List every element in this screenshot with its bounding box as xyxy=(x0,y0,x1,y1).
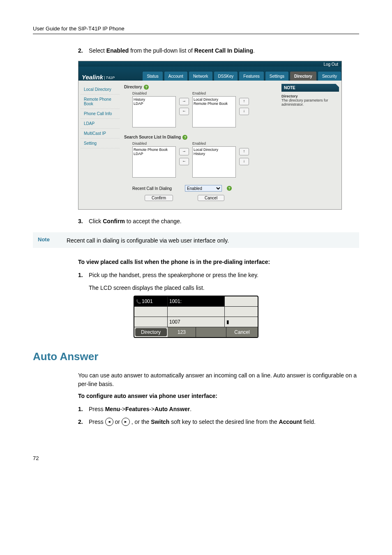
sidebar-item-setting[interactable]: Setting xyxy=(81,139,120,148)
directory-dual-list: Disabled History LDAP → ← Enabled Local … xyxy=(132,91,277,127)
sidebar-item-ldap[interactable]: LDAP xyxy=(81,119,120,129)
top-tabs: Status Account Network DSSKey Features S… xyxy=(142,67,341,81)
tab-dsskey[interactable]: DSSKey xyxy=(214,71,238,81)
help-icon[interactable]: ? xyxy=(182,135,187,140)
enabled-list-title: Enabled xyxy=(192,91,236,95)
tab-directory[interactable]: Directory xyxy=(290,71,317,81)
right-key-icon: ▸ xyxy=(122,418,130,426)
lcd-call-entry: 1007 xyxy=(168,317,225,327)
tab-settings[interactable]: Settings xyxy=(265,71,289,81)
left-key-icon: ◂ xyxy=(105,418,113,426)
recent-call-select[interactable]: Enabled xyxy=(185,185,222,192)
tab-account[interactable]: Account xyxy=(164,71,188,81)
lcd-blank xyxy=(225,296,258,306)
search-source-dual-list: Disabled Remote Phone Book LDAP → ← Enab… xyxy=(132,141,277,178)
aa-step-2: 2. Press ◂ or ▸ , or the Switch soft key… xyxy=(78,418,359,426)
sidebar-item-local-directory[interactable]: Local Directory xyxy=(81,85,120,95)
sidebar-item-remote-phone-book[interactable]: Remote Phone Book xyxy=(81,95,120,109)
note-label: Note xyxy=(38,236,67,243)
move-up-button[interactable]: ↑ xyxy=(239,98,249,105)
view-step-1-num: 1. xyxy=(78,271,89,280)
auto-answer-para: You can use auto answer to automatically… xyxy=(78,371,359,388)
sidebar: Local Directory Remote Phone Book Phone … xyxy=(78,81,122,209)
lcd-scroll: ▮ xyxy=(225,317,258,327)
tab-network[interactable]: Network xyxy=(189,71,213,81)
tab-security[interactable]: Security xyxy=(318,71,341,81)
recent-call-row: Recent Call In Dialing Enabled ? xyxy=(132,185,277,192)
enabled-list[interactable]: Local Directory Remote Phone Book xyxy=(192,96,236,127)
note-body-text: The directory parameters for administrat… xyxy=(281,98,328,106)
note-text: Recent call in dialing is configurable v… xyxy=(67,237,229,244)
disabled-list[interactable]: History LDAP xyxy=(132,96,176,127)
main-panel: Directory? Disabled History LDAP → ← Ena… xyxy=(122,81,279,209)
tab-status[interactable]: Status xyxy=(142,71,163,81)
view-step-1: 1. Pick up the handset, press the speake… xyxy=(78,271,359,280)
step-2-body: Select Enabled from the pull-down list o… xyxy=(89,46,359,55)
web-ui-screenshot: Log Out Yealink|T41P Status Account Netw… xyxy=(78,61,342,210)
step-2: 2. Select Enabled from the pull-down lis… xyxy=(78,46,359,55)
lcd-softkey-directory: Directory xyxy=(135,328,167,336)
header-title: User Guide for the SIP-T41P IP Phone xyxy=(33,25,125,32)
page-number: 72 xyxy=(33,455,359,461)
help-icon[interactable]: ? xyxy=(144,85,149,90)
recent-call-label: Recent Call In Dialing xyxy=(132,186,182,191)
cancel-button[interactable]: Cancel xyxy=(198,195,224,201)
move-right-button[interactable]: → xyxy=(179,148,189,155)
view-step-1-body: Pick up the handset, press the speakerph… xyxy=(89,271,359,280)
logout-link[interactable]: Log Out xyxy=(323,62,341,67)
disabled-list-2[interactable]: Remote Phone Book LDAP xyxy=(132,146,176,178)
lcd-softkey-cancel: Cancel xyxy=(226,327,258,337)
note-panel: NOTE Directory The directory parameters … xyxy=(279,81,341,209)
lcd-softkey-123: 123 xyxy=(168,327,196,337)
phone-lcd: 1001 1001: 1007 ▮ Directory 123 Cancel xyxy=(134,296,258,338)
view-placed-calls-heading: To view placed calls list when the phone… xyxy=(78,259,359,265)
step-3-body: Click Confirm to accept the change. xyxy=(89,217,359,226)
step-2-num: 2. xyxy=(78,46,89,55)
lcd-line-key: 1001 xyxy=(134,296,168,306)
auto-answer-subheading: To configure auto answer via phone user … xyxy=(78,393,359,399)
disabled-list-title: Disabled xyxy=(132,91,176,95)
move-left-button[interactable]: ← xyxy=(179,108,189,115)
page-header: User Guide for the SIP-T41P IP Phone xyxy=(33,25,359,34)
section-search-source-title: Search Source List In Dialing? xyxy=(124,135,277,140)
note-title: Directory xyxy=(281,94,298,98)
disabled-list-title: Disabled xyxy=(132,141,176,146)
help-icon[interactable]: ? xyxy=(227,186,232,191)
lcd-dial-field: 1001: xyxy=(168,296,225,306)
auto-answer-heading: Auto Answer xyxy=(33,350,359,363)
note-callout: Note Recent call in dialing is configura… xyxy=(33,232,359,248)
section-directory-title: Directory? xyxy=(124,85,277,90)
note-header: NOTE xyxy=(281,84,339,92)
move-left-button[interactable]: ← xyxy=(179,158,189,165)
sidebar-item-multicast-ip[interactable]: MultiCast IP xyxy=(81,129,120,139)
enabled-list-2[interactable]: Local Directory History xyxy=(192,146,236,178)
aa-step-1: 1. Press Menu->Features->Auto Answer. xyxy=(78,405,359,414)
enabled-list-title: Enabled xyxy=(192,141,236,146)
sidebar-item-phone-call-info[interactable]: Phone Call Info xyxy=(81,109,120,119)
step-3-num: 3. xyxy=(78,217,89,226)
lcd-line: The LCD screen displays the placed calls… xyxy=(89,284,359,292)
tab-features[interactable]: Features xyxy=(239,71,264,81)
move-up-button[interactable]: ↑ xyxy=(239,148,249,155)
move-down-button[interactable]: ↓ xyxy=(239,108,249,115)
step-3: 3. Click Confirm to accept the change. xyxy=(78,217,359,226)
move-right-button[interactable]: → xyxy=(179,98,189,105)
move-down-button[interactable]: ↓ xyxy=(239,158,249,165)
confirm-button[interactable]: Confirm xyxy=(145,195,173,201)
brand-logo: Yealink|T41P xyxy=(78,74,115,81)
